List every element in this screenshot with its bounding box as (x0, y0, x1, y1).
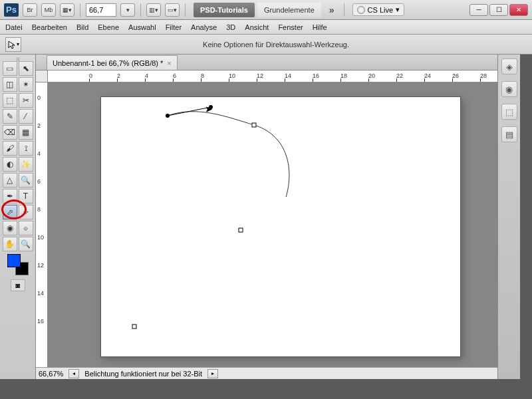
dock-adjustments-icon[interactable]: ▤ (501, 126, 517, 142)
tool-9[interactable]: ▦ (19, 125, 33, 140)
bridge-button[interactable]: Br (23, 3, 37, 17)
cs-live-icon (357, 6, 365, 14)
maximize-button[interactable]: ☐ (489, 4, 508, 16)
tool-10[interactable]: 🖌 (3, 141, 17, 156)
path-anchor[interactable] (252, 123, 257, 128)
menu-3d[interactable]: 3D (226, 23, 235, 31)
tool-11[interactable]: ⟟ (19, 141, 33, 156)
bottom-gutter (0, 379, 532, 399)
menu-layer[interactable]: Ebene (98, 23, 119, 31)
ruler-tick: 10 (37, 234, 44, 241)
layout-dropdown[interactable]: ▦▾ (60, 3, 74, 17)
app-logo: Ps (4, 3, 19, 17)
menu-filter[interactable]: Filter (166, 23, 182, 31)
more-workspaces-icon[interactable]: » (329, 5, 334, 15)
workspace-tab-tutorials[interactable]: PSD-Tutorials (194, 3, 255, 17)
ruler-vertical[interactable]: 0246810121416 (36, 82, 48, 367)
close-tab-icon[interactable]: × (167, 59, 171, 67)
menu-bar: Datei Bearbeiten Bild Ebene Auswahl Filt… (0, 20, 532, 35)
color-swatches[interactable] (7, 254, 29, 275)
ruler-tick: 18 (340, 72, 347, 79)
ruler-tick: 22 (396, 72, 403, 79)
tool-21[interactable]: ⟐ (19, 221, 33, 235)
options-message: Keine Optionen für Direktauswahl-Werkzeu… (25, 41, 527, 49)
tool-15[interactable]: 🔍 (19, 173, 33, 188)
status-nav-right[interactable]: ▸ (207, 369, 218, 378)
tool-22[interactable]: ✋ (3, 237, 17, 251)
ruler-tick: 2 (37, 122, 41, 129)
status-message: Belichtung funktioniert nur bei 32-Bit (84, 370, 202, 378)
tool-18[interactable]: ⬀ (3, 205, 17, 219)
menu-file[interactable]: Datei (5, 23, 23, 31)
ruler-tick: 14 (285, 72, 291, 79)
cs-live-button[interactable]: CS Live▾ (352, 3, 405, 16)
tool-14[interactable]: △ (3, 173, 17, 188)
ruler-tick: 10 (229, 72, 235, 79)
dock-layers-icon[interactable]: ◈ (501, 59, 517, 74)
path-anchor[interactable] (132, 325, 137, 329)
minibridge-button[interactable]: Mb (41, 3, 56, 17)
quickmask-button[interactable]: ◙ (11, 279, 25, 291)
document-tab-label: Unbenannt-1 bei 66,7% (RGB/8) * (53, 59, 163, 67)
current-tool-icon[interactable]: ▾ (5, 37, 21, 52)
tool-13[interactable]: ✨ (19, 157, 33, 172)
path-anchor[interactable] (239, 228, 243, 233)
menu-image[interactable]: Bild (76, 23, 88, 31)
dock-paths-icon[interactable]: ⬚ (501, 104, 517, 120)
zoom-level-input[interactable]: 66,7 (86, 3, 116, 17)
tool-5[interactable]: ✂ (19, 93, 33, 108)
tool-4[interactable]: ⬚ (3, 93, 17, 108)
tool-19[interactable]: ✧ (19, 205, 33, 219)
tool-8[interactable]: ⌫ (3, 125, 17, 140)
canvas[interactable]: ➤ (101, 97, 460, 356)
foreground-swatch[interactable] (7, 254, 21, 267)
zoom-dropdown[interactable]: ▾ (120, 3, 135, 17)
document-tab[interactable]: Unbenannt-1 bei 66,7% (RGB/8) * × (47, 55, 178, 70)
ruler-tick: 12 (257, 72, 263, 79)
close-button[interactable]: ✕ (509, 4, 528, 16)
tool-20[interactable]: ◉ (3, 221, 17, 235)
tool-7[interactable]: ⁄ (19, 109, 33, 124)
screen-mode-button[interactable]: ▭▾ (165, 3, 180, 17)
tool-0[interactable]: ▭ (3, 61, 17, 76)
status-nav-left[interactable]: ◂ (68, 369, 79, 378)
ruler-horizontal[interactable]: 024681012141618202224262830 (48, 70, 497, 82)
tool-6[interactable]: ✎ (3, 109, 17, 124)
title-bar: Ps Br Mb ▦▾ 66,7 ▾ ▥▾ ▭▾ PSD-Tutorials G… (0, 0, 532, 20)
workspace-tab-basic[interactable]: Grundelemente (257, 3, 321, 17)
tool-2[interactable]: ◫ (3, 77, 17, 92)
tool-1[interactable]: ⬉ (19, 61, 33, 76)
tool-17[interactable]: T (19, 189, 33, 203)
ruler-tick: 14 (37, 290, 44, 297)
minimize-button[interactable]: ─ (469, 4, 488, 16)
direct-select-arrow-icon (7, 40, 17, 49)
ruler-tick: 6 (37, 178, 41, 185)
tool-3[interactable]: ✴ (19, 77, 33, 92)
cursor-icon: ➤ (205, 104, 213, 114)
ruler-tick: 20 (368, 72, 375, 79)
arrange-button[interactable]: ▥▾ (146, 3, 161, 17)
menu-analysis[interactable]: Analyse (191, 23, 217, 31)
document-area: Unbenannt-1 bei 66,7% (RGB/8) * × 024681… (36, 55, 497, 379)
bezier-path[interactable] (101, 97, 301, 197)
status-zoom[interactable]: 66,67% (39, 370, 63, 378)
ruler-tick: 16 (313, 72, 319, 79)
dock-channels-icon[interactable]: ◉ (501, 81, 517, 97)
ruler-tick: 16 (37, 318, 44, 325)
ruler-tick: 24 (424, 72, 431, 79)
tool-23[interactable]: 🔍 (19, 237, 33, 251)
right-gutter (520, 55, 532, 379)
tool-12[interactable]: ◐ (3, 157, 17, 172)
menu-window[interactable]: Fenster (278, 23, 303, 31)
ruler-tick: 12 (37, 262, 44, 269)
tool-16[interactable]: ✒ (3, 189, 17, 203)
ruler-origin[interactable] (36, 70, 48, 82)
canvas-viewport[interactable]: ➤ (48, 82, 497, 367)
menu-help[interactable]: Hilfe (313, 23, 327, 31)
menu-select[interactable]: Auswahl (128, 23, 156, 31)
menu-edit[interactable]: Bearbeiten (32, 23, 67, 31)
path-handle-point[interactable] (166, 114, 170, 118)
right-panel-dock: ◈ ◉ ⬚ ▤ (497, 55, 520, 379)
ruler-tick: 28 (480, 72, 487, 79)
menu-view[interactable]: Ansicht (245, 23, 269, 31)
